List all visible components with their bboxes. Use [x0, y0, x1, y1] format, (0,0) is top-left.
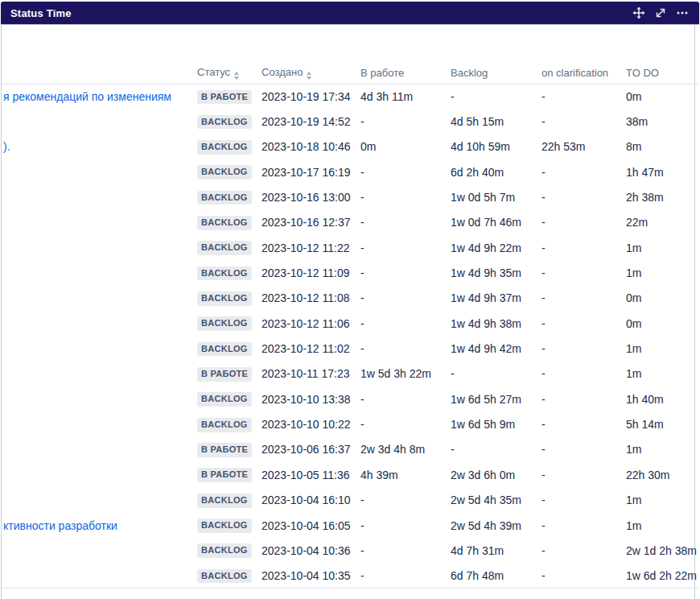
issue-summary-link[interactable]: ). — [3, 140, 10, 153]
created-cell: 2023-10-06 16:37 — [261, 437, 360, 462]
status-badge: BACKLOG — [197, 392, 252, 407]
backlog-cell: 1w 6d 5h 27m — [451, 386, 541, 411]
todo-cell: 1m — [626, 488, 698, 513]
table-row: В РАБОТЕ2023-10-11 17:231w 5d 3h 22m--1m — [2, 361, 698, 386]
table-row: BACKLOG2023-10-12 11:08-1w 4d 9h 37m-0m — [2, 286, 698, 311]
status-cell: В РАБОТЕ — [197, 361, 261, 386]
issue-summary-cell: ктивности разработки — [2, 513, 197, 538]
table-row: BACKLOG2023-10-04 10:35-6d 7h 48m-1w 6d … — [2, 564, 698, 589]
created-cell: 2023-10-17 16:19 — [261, 159, 360, 184]
backlog-cell: 1w 0d 5h 7m — [451, 184, 541, 209]
column-header-in-progress: В работе — [360, 63, 451, 84]
on-clarification-cell: - — [541, 260, 626, 285]
backlog-cell: 1w 4d 9h 42m — [451, 336, 541, 361]
backlog-cell: 1w 4d 9h 35m — [451, 260, 541, 285]
on-clarification-cell: - — [541, 109, 626, 134]
status-badge: BACKLOG — [197, 543, 252, 558]
on-clarification-cell: - — [541, 411, 626, 436]
status-badge: BACKLOG — [197, 569, 252, 584]
more-options-icon[interactable] — [676, 6, 689, 19]
status-badge: BACKLOG — [197, 115, 252, 130]
status-time-table: Статус Создано В работе Backlog on clari… — [2, 63, 698, 589]
table-row: BACKLOG2023-10-12 11:22-1w 4d 9h 22m-1m — [2, 235, 698, 260]
created-cell: 2023-10-04 10:36 — [261, 538, 360, 563]
in-progress-cell: 4h 39m — [360, 462, 451, 487]
table-row: BACKLOG2023-10-10 10:22-1w 6d 5h 9m-5h 1… — [2, 411, 698, 436]
issue-summary-cell — [2, 184, 197, 209]
created-cell: 2023-10-12 11:22 — [261, 235, 360, 260]
on-clarification-cell: - — [541, 210, 626, 235]
todo-cell: 22m — [626, 210, 698, 235]
column-header-created[interactable]: Создано — [261, 63, 360, 84]
status-cell: BACKLOG — [197, 513, 261, 538]
status-cell: BACKLOG — [197, 235, 261, 260]
on-clarification-cell: - — [541, 286, 626, 311]
status-cell: BACKLOG — [197, 184, 261, 209]
on-clarification-cell: - — [541, 311, 626, 336]
in-progress-cell: 2w 3d 4h 8m — [360, 437, 451, 462]
status-cell: BACKLOG — [197, 538, 261, 563]
move-icon[interactable] — [632, 6, 645, 19]
status-badge: В РАБОТЕ — [197, 468, 252, 482]
on-clarification-cell: - — [541, 488, 626, 513]
table-row: BACKLOG2023-10-16 13:00-1w 0d 5h 7m-2h 3… — [2, 184, 698, 209]
issue-summary-cell — [2, 109, 197, 134]
status-badge: BACKLOG — [197, 165, 252, 180]
in-progress-cell: - — [360, 210, 451, 235]
status-badge: BACKLOG — [197, 266, 252, 281]
table-row: BACKLOG2023-10-04 10:36-4d 7h 31m-2w 1d … — [2, 538, 698, 563]
todo-cell: 2w 1d 2h 38m — [626, 538, 698, 563]
backlog-cell: 1w 6d 5h 9m — [451, 411, 541, 436]
issue-summary-link[interactable]: я рекомендаций по изменениям — [3, 90, 171, 103]
status-cell: BACKLOG — [197, 210, 261, 235]
backlog-cell: 6d 7h 48m — [451, 564, 541, 589]
issue-summary-cell — [2, 260, 197, 285]
status-cell: BACKLOG — [197, 159, 261, 184]
in-progress-cell: - — [360, 260, 451, 285]
in-progress-cell: - — [360, 109, 451, 134]
todo-cell: 1m — [626, 361, 698, 386]
status-cell: В РАБОТЕ — [197, 437, 261, 462]
titlebar-controls — [632, 6, 699, 19]
gadget-titlebar[interactable]: Status Time — [1, 2, 699, 25]
created-cell: 2023-10-12 11:08 — [261, 286, 360, 311]
table-row: BACKLOG2023-10-17 16:19-6d 2h 40m-1h 47m — [2, 159, 698, 184]
in-progress-cell: - — [360, 311, 451, 336]
status-badge: BACKLOG — [197, 494, 252, 508]
issue-summary-link[interactable]: ктивности разработки — [3, 519, 117, 532]
backlog-cell: - — [451, 361, 541, 386]
expand-icon[interactable] — [654, 6, 667, 19]
backlog-cell: 4d 10h 59m — [451, 134, 541, 159]
sort-arrows-icon[interactable] — [234, 72, 239, 80]
table-row: В РАБОТЕ2023-10-05 11:364h 39m2w 3d 6h 0… — [2, 462, 698, 487]
column-header-status-label: Статус — [197, 66, 230, 78]
status-badge: В РАБОТЕ — [197, 443, 252, 457]
backlog-cell: 6d 2h 40m — [451, 159, 541, 184]
todo-cell: 38m — [626, 109, 698, 134]
table-row: BACKLOG2023-10-12 11:09-1w 4d 9h 35m-1m — [2, 260, 698, 285]
table-row: BACKLOG2023-10-16 12:37-1w 0d 7h 46m-22m — [2, 210, 698, 235]
created-cell: 2023-10-16 13:00 — [261, 184, 360, 209]
in-progress-cell: - — [360, 386, 451, 411]
table-row: я рекомендаций по изменениямВ РАБОТЕ2023… — [2, 84, 698, 109]
todo-cell: 0m — [626, 84, 698, 109]
on-clarification-cell: - — [541, 437, 626, 462]
issue-summary-cell — [2, 361, 197, 386]
issue-summary-cell — [2, 286, 197, 311]
table-row: BACKLOG2023-10-10 13:38-1w 6d 5h 27m-1h … — [2, 386, 698, 411]
on-clarification-cell: - — [541, 513, 626, 538]
on-clarification-cell: - — [541, 184, 626, 209]
backlog-cell: 2w 5d 4h 35m — [451, 488, 541, 513]
in-progress-cell: - — [360, 538, 451, 563]
sort-arrows-icon[interactable] — [307, 72, 311, 80]
issue-summary-cell — [2, 235, 197, 260]
status-badge: BACKLOG — [197, 418, 252, 432]
backlog-cell: 4d 5h 15m — [451, 109, 541, 134]
on-clarification-cell: - — [541, 538, 626, 563]
on-clarification-cell: - — [541, 159, 626, 184]
status-cell: BACKLOG — [197, 134, 261, 159]
on-clarification-cell: - — [541, 84, 626, 109]
todo-cell: 1m — [626, 260, 698, 285]
column-header-on-clarification: on clarification — [541, 63, 626, 84]
column-header-status[interactable]: Статус — [197, 63, 261, 84]
